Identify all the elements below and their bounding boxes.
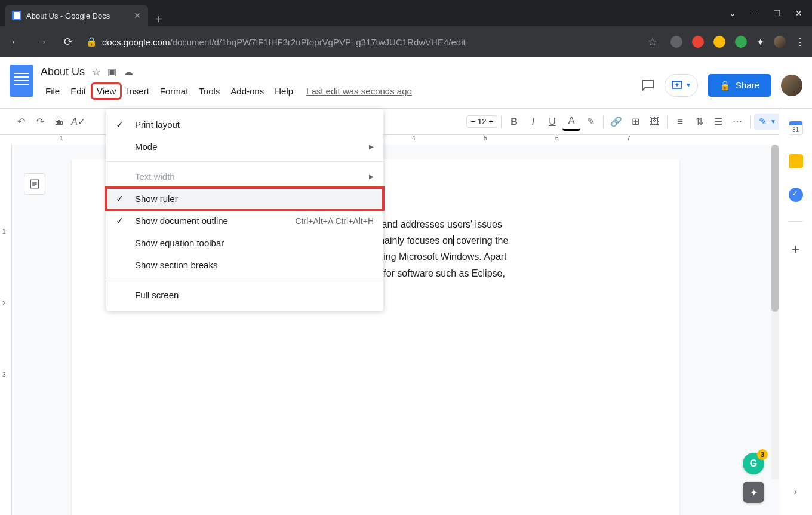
insert-image-button[interactable]: 🖼 (645, 113, 663, 131)
list-button[interactable]: ☰ (709, 113, 727, 131)
menu-tools[interactable]: Tools (194, 84, 224, 99)
user-avatar[interactable] (781, 75, 802, 96)
insert-comment-button[interactable]: ⊞ (626, 113, 644, 131)
docs-logo-icon[interactable] (10, 65, 33, 97)
ruler-mark: 2 (2, 300, 6, 306)
spellcheck-button[interactable]: A✓ (69, 113, 87, 131)
last-edit-label[interactable]: Last edit was seconds ago (306, 86, 412, 96)
vertical-ruler[interactable]: 1 2 3 (0, 145, 12, 515)
url-host: docs.google.com (102, 37, 170, 47)
menu-edit[interactable]: Edit (66, 84, 91, 99)
chrome-menu-icon[interactable]: ⋮ (795, 36, 805, 48)
browser-tab[interactable]: About Us - Google Docs ✕ (5, 5, 148, 26)
cloud-status-icon[interactable]: ☁ (124, 66, 133, 78)
chevron-down-icon: ▼ (770, 118, 776, 125)
menu-show-document-outline[interactable]: ✓ Show document outline Ctrl+Alt+A Ctrl+… (106, 210, 383, 232)
reload-button[interactable]: ⟳ (60, 35, 76, 48)
tab-search-icon[interactable]: ⌄ (729, 8, 736, 18)
extension-icon-1[interactable] (670, 36, 682, 48)
menu-full-screen[interactable]: Full screen (106, 284, 383, 306)
print-button[interactable]: 🖶 (50, 113, 68, 131)
underline-button[interactable]: U (543, 113, 561, 131)
share-button[interactable]: 🔒 Share (708, 74, 771, 97)
align-button[interactable]: ≡ (671, 113, 689, 131)
tab-close-icon[interactable]: ✕ (134, 11, 141, 20)
menu-file[interactable]: File (41, 84, 64, 99)
maximize-button[interactable]: ☐ (773, 8, 781, 18)
extension-icon-2[interactable] (692, 36, 704, 48)
extension-icon-3[interactable] (713, 36, 725, 48)
menu-help[interactable]: Help (270, 84, 298, 99)
share-label: Share (736, 80, 759, 90)
pencil-icon: ✎ (759, 116, 767, 127)
lock-icon: 🔒 (86, 36, 97, 47)
ruler-mark: 4 (412, 135, 416, 142)
add-addon-button[interactable]: + (791, 241, 799, 258)
redo-button[interactable]: ↷ (31, 113, 49, 131)
forward-button[interactable]: → (33, 36, 50, 48)
insert-link-button[interactable]: 🔗 (607, 113, 625, 131)
sidebar-separator (789, 221, 803, 222)
menu-print-layout[interactable]: ✓ Print layout (106, 114, 383, 136)
ruler-mark: 6 (555, 135, 559, 142)
show-outline-button[interactable] (24, 173, 45, 195)
comments-icon[interactable] (641, 78, 655, 93)
tasks-icon[interactable] (789, 188, 803, 202)
undo-button[interactable]: ↶ (12, 113, 30, 131)
menu-insert[interactable]: Insert (122, 84, 154, 99)
keep-icon[interactable] (789, 154, 803, 168)
check-icon: ✓ (116, 193, 124, 204)
ruler-mark: 1 (2, 228, 6, 235)
ruler-mark: 1 (60, 135, 63, 142)
font-size-input[interactable]: − 12 + (466, 115, 497, 128)
grammarly-count: 3 (757, 449, 768, 460)
calendar-icon[interactable] (789, 121, 803, 135)
present-button[interactable]: ▼ (665, 74, 698, 97)
explore-button[interactable]: ✦ (743, 482, 764, 503)
menu-separator (106, 280, 383, 280)
ruler-mark: 5 (484, 135, 487, 142)
bookmark-star-icon[interactable]: ☆ (644, 35, 661, 48)
text-color-button[interactable]: A (562, 113, 580, 131)
submenu-arrow-icon: ▶ (369, 173, 374, 180)
menu-show-section-breaks[interactable]: Show section breaks (106, 254, 383, 276)
new-tab-button[interactable]: + (148, 13, 170, 26)
vertical-scrollbar[interactable] (771, 145, 779, 479)
ruler-mark: 7 (627, 135, 630, 142)
menu-bar: File Edit View Insert Format Tools Add-o… (41, 81, 633, 100)
address-bar[interactable]: 🔒 docs.google.com/document/d/1bqPW7lF1fH… (86, 36, 635, 47)
menu-mode[interactable]: Mode ▶ (106, 136, 383, 158)
header-right: ▼ 🔒 Share (641, 62, 802, 108)
editing-mode-button[interactable]: ✎ ▼ (754, 114, 781, 130)
line-spacing-button[interactable]: ⇅ (690, 113, 708, 131)
ruler-mark: 3 (2, 372, 6, 378)
docs-header: About Us ☆ ▣ ☁ File Edit View Insert For… (0, 57, 812, 109)
menu-show-ruler[interactable]: ✓ Show ruler (106, 188, 383, 210)
profile-avatar-icon[interactable] (774, 36, 786, 48)
check-icon: ✓ (116, 119, 124, 130)
menu-view[interactable]: View (92, 84, 121, 99)
move-folder-icon[interactable]: ▣ (107, 66, 116, 78)
minimize-button[interactable]: — (751, 8, 759, 18)
menu-show-equation-toolbar[interactable]: Show equation toolbar (106, 232, 383, 254)
browser-chrome: About Us - Google Docs ✕ + ⌄ — ☐ ✕ ← → ⟳… (0, 0, 812, 57)
scrollbar-thumb[interactable] (771, 145, 779, 312)
highlight-button[interactable]: ✎ (582, 113, 599, 131)
hide-sidepanel-button[interactable]: › (794, 486, 797, 497)
title-row: About Us ☆ ▣ ☁ (41, 62, 633, 81)
bold-button[interactable]: B (505, 113, 523, 131)
italic-button[interactable]: I (524, 113, 542, 131)
menu-addons[interactable]: Add-ons (226, 84, 269, 99)
grammarly-badge[interactable]: G 3 (743, 453, 764, 474)
document-title[interactable]: About Us (41, 66, 85, 78)
star-icon[interactable]: ☆ (92, 66, 100, 78)
extensions-puzzle-icon[interactable]: ✦ (756, 36, 764, 48)
back-button[interactable]: ← (7, 36, 24, 48)
document-text[interactable]: users and addresses users' issues blog m… (356, 216, 622, 281)
more-tools-button[interactable]: ⋯ (728, 113, 746, 131)
side-panel: + › (779, 109, 812, 515)
menu-format[interactable]: Format (155, 84, 193, 99)
submenu-arrow-icon: ▶ (369, 143, 374, 150)
close-window-button[interactable]: ✕ (795, 8, 802, 18)
extension-icon-4[interactable] (735, 36, 747, 48)
